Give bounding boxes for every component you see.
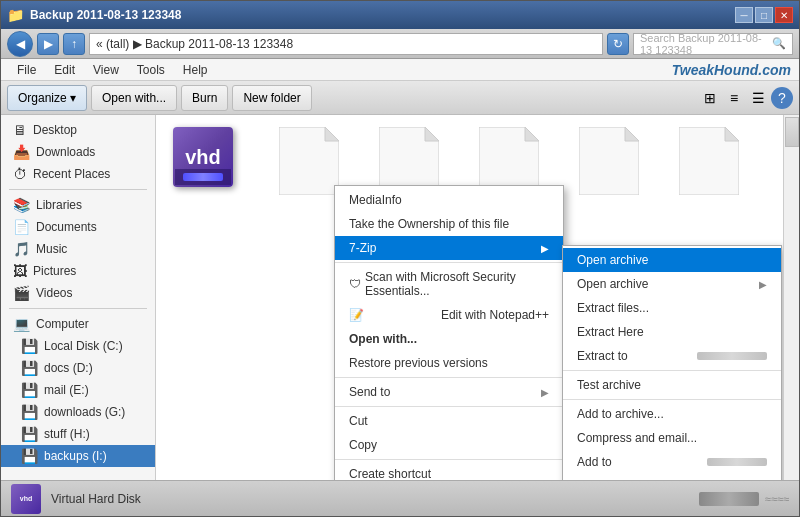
sidebar-item-pictures[interactable]: 🖼 Pictures [1,260,155,282]
ctx-divider-4 [335,459,563,460]
status-bar-graphic [699,492,759,506]
ctx-notepad-label: Edit with Notepad++ [441,308,549,322]
submenu-compress-to-blurred[interactable]: Compress to [563,474,781,480]
ctx-notepad[interactable]: 📝 Edit with Notepad++ [335,303,563,327]
sidebar-divider-1 [9,189,147,190]
ctx-scan[interactable]: 🛡 Scan with Microsoft Security Essential… [335,265,563,303]
menu-tools[interactable]: Tools [129,61,173,79]
ctx-openwith[interactable]: Open with... [335,327,563,351]
close-button[interactable]: ✕ [775,7,793,23]
ctx-7zip[interactable]: 7-Zip ▶ [335,236,563,260]
ctx-sendto-arrow: ▶ [541,387,549,398]
file-icon-svg-6 [679,127,739,195]
sidebar-label-docs: docs (D:) [44,361,93,375]
submenu-extract-to-label: Extract to [577,349,628,363]
submenu-open-archive-2[interactable]: Open archive ▶ [563,272,781,296]
status-bar-wavy: ≈≈≈≈ [765,493,789,505]
view-list-icon[interactable]: ≡ [723,87,745,109]
ctx-copy[interactable]: Copy [335,433,563,457]
file-icon-svg-2 [279,127,339,195]
ctx-ownership[interactable]: Take the Ownership of this file [335,212,563,236]
menu-edit[interactable]: Edit [46,61,83,79]
desktop-icon: 🖥 [13,122,27,138]
sidebar-item-stuff[interactable]: 💾 stuff (H:) [1,423,155,445]
ctx-scan-label: Scan with Microsoft Security Essentials.… [365,270,549,298]
sidebar-label-computer: Computer [36,317,89,331]
ctx-sendto-label: Send to [349,385,390,399]
submenu-add-to-blur-graphic [707,458,767,466]
maximize-button[interactable]: □ [755,7,773,23]
sidebar-item-libraries[interactable]: 📚 Libraries [1,194,155,216]
sidebar-item-local-disk[interactable]: 💾 Local Disk (C:) [1,335,155,357]
sidebar-item-downloads-g[interactable]: 💾 downloads (G:) [1,401,155,423]
ctx-restore[interactable]: Restore previous versions [335,351,563,375]
minimize-button[interactable]: ─ [735,7,753,23]
search-box[interactable]: Search Backup 2011-08-13 123348 🔍 [633,33,793,55]
menu-help[interactable]: Help [175,61,216,79]
sidebar-item-mail[interactable]: 💾 mail (E:) [1,379,155,401]
sidebar-item-computer[interactable]: 💻 Computer [1,313,155,335]
help-icon[interactable]: ? [771,87,793,109]
ctx-notepad-icon: 📝 [349,308,364,322]
file-item-5[interactable] [564,123,654,203]
submenu-compress-email-label: Compress and email... [577,431,697,445]
new-folder-button[interactable]: New folder [232,85,311,111]
submenu-extract-here[interactable]: Extract Here [563,320,781,344]
ctx-create-shortcut[interactable]: Create shortcut [335,462,563,480]
sidebar-item-docs[interactable]: 💾 docs (D:) [1,357,155,379]
sidebar-item-videos[interactable]: 🎬 Videos [1,282,155,304]
ctx-mediainfo[interactable]: MediaInfo [335,188,563,212]
submenu-divider-1 [563,370,781,371]
submenu-compress-email[interactable]: Compress and email... [563,426,781,450]
sidebar-item-desktop[interactable]: 🖥 Desktop [1,119,155,141]
sidebar-item-music[interactable]: 🎵 Music [1,238,155,260]
submenu-open-archive-1[interactable]: Open archive [563,248,781,272]
sidebar-label-backups: backups (I:) [44,449,107,463]
file-item-6[interactable] [664,123,754,203]
up-button[interactable]: ↑ [63,33,85,55]
scrollbar-thumb[interactable] [785,117,799,147]
open-with-button[interactable]: Open with... [91,85,177,111]
generic-file-5 [579,127,639,195]
burn-button[interactable]: Burn [181,85,228,111]
sidebar-label-stuff: stuff (H:) [44,427,90,441]
sidebar-label-pictures: Pictures [33,264,76,278]
vhd-cube: vhd [173,127,233,187]
menu-file[interactable]: File [9,61,44,79]
main-window: 📁 Backup 2011-08-13 123348 ─ □ ✕ ◀ ▶ ↑ «… [0,0,800,517]
sidebar-item-downloads[interactable]: 📥 Downloads [1,141,155,163]
sidebar-label-downloads: Downloads [36,145,95,159]
sidebar-item-documents[interactable]: 📄 Documents [1,216,155,238]
submenu-extract-to[interactable]: Extract to [563,344,781,368]
sidebar-item-recent[interactable]: ⏱ Recent Places [1,163,155,185]
ctx-divider-2 [335,377,563,378]
title-bar: 📁 Backup 2011-08-13 123348 ─ □ ✕ [1,1,799,29]
toolbar: Organize ▾ Open with... Burn New folder … [1,81,799,115]
scrollbar-track[interactable] [783,115,799,480]
refresh-button[interactable]: ↻ [607,33,629,55]
sidebar-label-libraries: Libraries [36,198,82,212]
file-icon-svg-5 [579,127,639,195]
submenu-extract-to-blurred [697,352,767,360]
sidebar-label-music: Music [36,242,67,256]
organize-button[interactable]: Organize ▾ [7,85,87,111]
forward-button[interactable]: ▶ [37,33,59,55]
ctx-cut[interactable]: Cut [335,409,563,433]
ctx-sendto[interactable]: Send to ▶ [335,380,563,404]
vhd-file-item[interactable]: vhd [164,123,254,203]
view-details-icon[interactable]: ☰ [747,87,769,109]
sidebar-item-backups[interactable]: 💾 backups (I:) [1,445,155,467]
menu-view[interactable]: View [85,61,127,79]
submenu-add-to-archive[interactable]: Add to archive... [563,402,781,426]
context-menu: MediaInfo Take the Ownership of this fil… [334,185,564,480]
submenu-test-archive[interactable]: Test archive [563,373,781,397]
view-tiles-icon[interactable]: ⊞ [699,87,721,109]
ctx-scan-icon: 🛡 [349,277,361,291]
submenu-add-to-blurred[interactable]: Add to [563,450,781,474]
submenu-test-archive-label: Test archive [577,378,641,392]
back-button[interactable]: ◀ [7,31,33,57]
stuff-icon: 💾 [21,426,38,442]
submenu-extract-files[interactable]: Extract files... [563,296,781,320]
libraries-icon: 📚 [13,197,30,213]
address-path[interactable]: « (tall) ▶ Backup 2011-08-13 123348 [89,33,603,55]
